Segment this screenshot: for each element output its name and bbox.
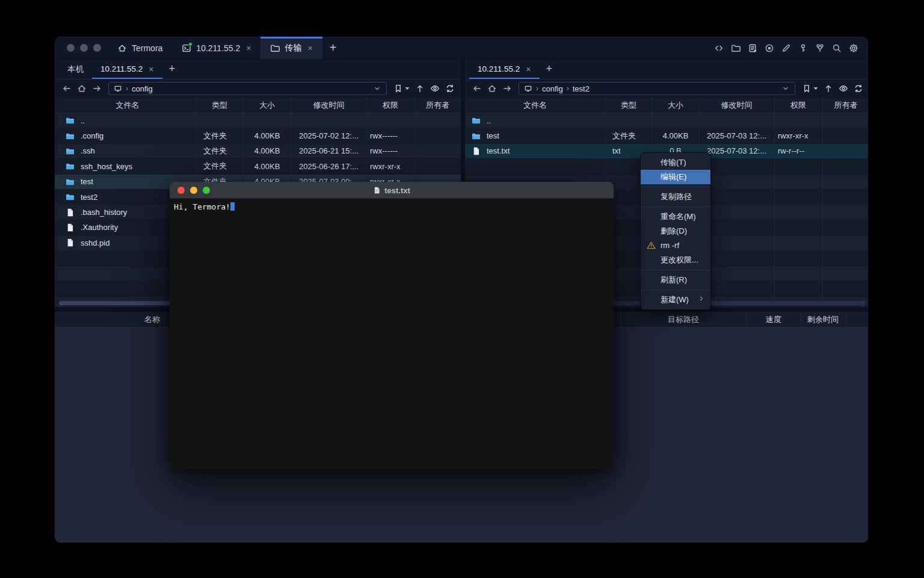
cell-name: .config — [59, 131, 196, 141]
bookmark-dropdown[interactable] — [802, 84, 818, 93]
editor-content[interactable]: Hi, Termora! — [170, 199, 614, 469]
key-icon[interactable] — [798, 43, 808, 53]
menu-item[interactable]: 刷新(R) — [641, 273, 710, 287]
breadcrumb-separator: › — [536, 84, 538, 93]
menu-item[interactable]: 新建(W) — [641, 293, 710, 307]
settings-icon[interactable] — [849, 43, 858, 53]
breadcrumb-separator: › — [567, 84, 569, 93]
menu-item[interactable]: 传输(T) — [641, 155, 710, 170]
pane-tab[interactable]: 10.211.55.2× — [92, 59, 162, 79]
upload-icon[interactable] — [415, 84, 425, 93]
path-breadcrumb-input[interactable]: ›config›test2 — [519, 82, 795, 95]
column-header[interactable]: 所有者 — [822, 98, 869, 113]
file-row[interactable]: ssh_host_keys文件夹4.00KB2025-06-26 17:...r… — [55, 159, 461, 174]
bookmark-dropdown[interactable] — [393, 84, 410, 93]
close-icon[interactable]: × — [246, 44, 251, 52]
home-icon[interactable] — [487, 84, 497, 93]
menu-item[interactable]: 编辑(E) — [641, 170, 710, 184]
file-table-header: 文件名类型大小修改时间权限所有者 — [465, 98, 869, 113]
column-header[interactable]: 修改时间 — [699, 98, 774, 113]
cell-permissions: rwx------ — [366, 131, 414, 140]
search-icon[interactable] — [832, 43, 842, 53]
column-header[interactable]: 文件名 — [465, 98, 605, 113]
pane-toolbar: ›config — [55, 79, 461, 98]
file-file-icon — [65, 208, 75, 217]
transfer-column-header[interactable]: 目标路径 — [668, 312, 699, 328]
app-tab-transfer[interactable]: 传输× — [260, 37, 322, 59]
file-row[interactable]: .. — [55, 113, 461, 128]
keychain-icon[interactable] — [815, 43, 825, 53]
breadcrumb-segment[interactable]: config — [132, 84, 153, 93]
file-row[interactable]: .ssh文件夹4.00KB2025-06-21 15:...rwx------ — [55, 144, 461, 159]
column-header[interactable]: 权限 — [774, 98, 822, 113]
upload-icon[interactable] — [824, 84, 833, 93]
eye-icon[interactable] — [430, 84, 440, 93]
menu-separator — [641, 187, 710, 187]
close-window-button[interactable] — [67, 44, 75, 52]
file-row[interactable]: .config文件夹4.00KB2025-07-02 12:...rwx----… — [55, 128, 461, 143]
menu-item[interactable]: 复制路径 — [641, 190, 710, 204]
column-header[interactable]: 权限 — [366, 98, 414, 113]
pane-new-tab-button[interactable]: + — [540, 59, 559, 79]
folder-icon[interactable] — [731, 43, 741, 53]
file-row[interactable]: .. — [465, 113, 869, 128]
record-icon[interactable] — [765, 43, 774, 53]
forward-icon[interactable] — [502, 84, 512, 93]
computer-icon — [114, 84, 122, 93]
close-icon[interactable]: × — [526, 65, 531, 73]
refresh-icon[interactable] — [445, 84, 455, 93]
forward-icon[interactable] — [92, 84, 102, 93]
cell-modified: 2025-07-02 12:... — [291, 131, 366, 140]
editor-titlebar: test.txt — [170, 182, 614, 199]
column-header[interactable]: 大小 — [243, 98, 291, 113]
back-icon[interactable] — [62, 84, 72, 93]
pane-tab[interactable]: 10.211.55.2× — [469, 59, 540, 79]
zoom-window-button[interactable] — [93, 44, 101, 52]
file-row[interactable]: test文件夹4.00KB2025-07-03 12:...rwxr-xr-x — [465, 128, 869, 143]
transfer-column-header[interactable]: 剩余时间 — [807, 312, 839, 328]
breadcrumb-segment[interactable]: test2 — [573, 84, 590, 93]
column-header[interactable]: 类型 — [196, 98, 243, 113]
menu-item[interactable]: 重命名(M) — [641, 210, 710, 224]
chevron-down-icon[interactable] — [781, 84, 790, 93]
file-name: .. — [487, 116, 491, 125]
code-icon[interactable] — [714, 43, 724, 53]
eye-icon[interactable] — [839, 84, 848, 93]
text-cursor — [230, 202, 235, 211]
cell-type: 文件夹 — [196, 131, 243, 141]
folder-icon — [270, 43, 280, 53]
app-tab-termora[interactable]: Termora — [108, 37, 172, 59]
column-divider — [747, 312, 747, 327]
caret-down-icon — [813, 87, 818, 90]
column-header[interactable]: 所有者 — [414, 98, 461, 113]
menu-separator — [641, 270, 710, 270]
transfer-column-header[interactable]: 名称 — [144, 312, 160, 328]
chevron-down-icon[interactable] — [373, 84, 381, 93]
home-icon[interactable] — [77, 84, 87, 93]
cell-modified: 2025-07-03 12:... — [699, 131, 774, 140]
column-header[interactable]: 文件名 — [59, 98, 196, 113]
cell-type: 文件夹 — [196, 161, 243, 172]
window-controls[interactable] — [67, 44, 101, 52]
back-icon[interactable] — [472, 84, 482, 93]
pane-new-tab-button[interactable]: + — [162, 59, 182, 79]
menu-item[interactable]: 更改权限... — [641, 253, 710, 267]
log-icon[interactable] — [748, 43, 757, 53]
edit-icon[interactable] — [781, 43, 791, 53]
refresh-icon[interactable] — [854, 84, 863, 93]
app-tab-host[interactable]: 10.211.55.2× — [172, 37, 260, 59]
pane-tab[interactable]: 本机 — [59, 59, 92, 79]
new-tab-button[interactable]: + — [322, 37, 344, 59]
column-header[interactable]: 类型 — [605, 98, 652, 113]
column-header[interactable]: 修改时间 — [291, 98, 366, 113]
cell-size: 4.00KB — [243, 162, 291, 171]
menu-item[interactable]: 删除(D) — [641, 224, 710, 238]
close-icon[interactable]: × — [307, 44, 312, 52]
column-header[interactable]: 大小 — [652, 98, 699, 113]
breadcrumb-segment[interactable]: config — [542, 84, 563, 93]
path-breadcrumb-input[interactable]: ›config — [108, 82, 387, 95]
minimize-window-button[interactable] — [80, 44, 88, 52]
close-icon[interactable]: × — [149, 65, 153, 73]
menu-item[interactable]: rm -rf — [641, 238, 710, 253]
transfer-column-header[interactable]: 速度 — [766, 312, 781, 328]
